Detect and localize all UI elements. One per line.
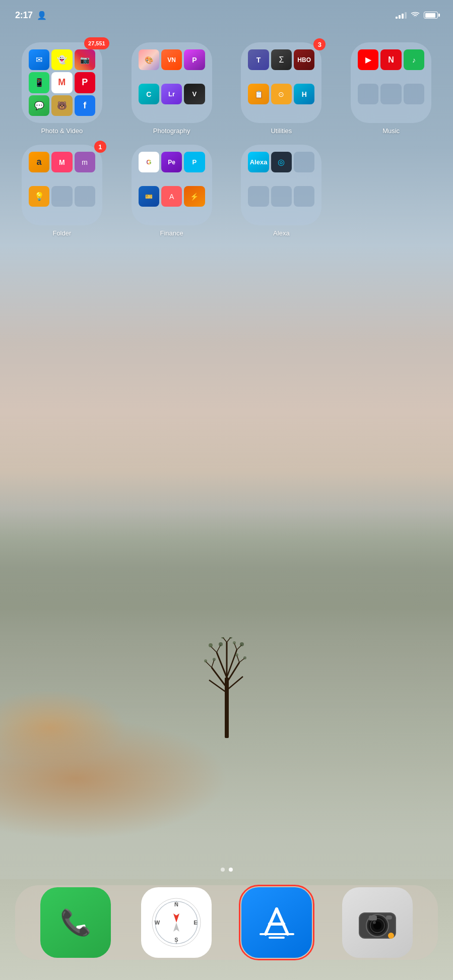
mini-app-facebook: f — [75, 95, 95, 116]
safari-icon: N S E W — [151, 897, 202, 948]
page-dot-2[interactable] — [229, 868, 233, 872]
folder-folder-badge: 1 — [94, 141, 106, 153]
dock: 📞 N S E W — [15, 885, 438, 960]
folder-finance-icon[interactable]: G Pe P 🎫 A ⚡ — [132, 145, 212, 225]
mini-app-hbo: HBO — [294, 49, 314, 70]
folder-alexa-label: Alexa — [273, 229, 290, 237]
folder-utilities-label: Utilities — [271, 127, 292, 135]
mini-app-appclip: 📋 — [248, 84, 269, 104]
mini-app-phonepe: Pe — [161, 152, 182, 172]
signal-icon — [396, 12, 407, 19]
mini-app-empty1 — [358, 84, 378, 104]
mini-app-empty6 — [294, 152, 314, 172]
mini-app-sigma: Σ — [271, 49, 292, 70]
mini-app-youtube: ▶ — [358, 49, 378, 70]
app-grid-row1: 27,551 ✉ 👻 📷 📱 M P 💬 🐻 f Photo & Video 🎨… — [0, 32, 453, 145]
mini-app-meesho: m — [75, 152, 95, 172]
mini-app-paytm: P — [184, 152, 205, 172]
camera-icon — [355, 902, 400, 943]
folder-utilities-icon[interactable]: 3 T Σ HBO 📋 ⊙ H — [241, 42, 321, 123]
folder-music-label: Music — [382, 127, 400, 135]
dock-phone[interactable]: 📞 — [40, 887, 111, 958]
mini-app-bookmyshow: 🎫 — [139, 186, 159, 207]
phone-emoji: 📞 — [60, 908, 91, 937]
mini-app-teams: T — [248, 49, 269, 70]
svg-line-41 — [277, 909, 288, 934]
mini-app-bulb: 💡 — [29, 186, 49, 207]
svg-rect-54 — [369, 915, 377, 921]
mini-app-empty4 — [51, 186, 72, 207]
mini-app-pinterest: P — [75, 72, 95, 93]
mini-app-gpay: G — [139, 152, 159, 172]
dock-camera[interactable] — [342, 887, 413, 958]
mini-app-airbnb: A — [161, 186, 182, 207]
dock-safari[interactable]: N S E W — [141, 887, 212, 958]
mini-app-lr: Lr — [161, 84, 182, 104]
mini-app-empty2 — [380, 84, 401, 104]
battery-icon — [424, 12, 438, 19]
mini-app-empty7 — [248, 186, 269, 207]
mini-app-amazon: a — [29, 152, 49, 172]
status-left: 2:17 👤 — [15, 10, 47, 21]
mini-app-picsart: P — [184, 49, 205, 70]
page-dot-1[interactable] — [221, 868, 225, 872]
mini-app-canva: C — [139, 84, 159, 104]
folder-music-icon[interactable]: ▶ N ♪ — [351, 42, 431, 123]
mini-app-netflix: N — [380, 49, 401, 70]
folder-music[interactable]: ▶ N ♪ Music — [341, 42, 441, 135]
mini-app-empty8 — [271, 186, 292, 207]
svg-point-55 — [388, 933, 394, 939]
mini-app-vn: VN — [161, 49, 182, 70]
mini-app-alexa: Alexa — [248, 152, 269, 172]
mini-app-mail: ✉ — [29, 49, 49, 70]
signal-bar-2 — [399, 15, 401, 19]
folder-photo-video-badge: 27,551 — [84, 37, 109, 49]
person-icon: 👤 — [37, 11, 47, 20]
folder-photography[interactable]: 🎨 VN P C Lr V Photography — [122, 42, 222, 135]
svg-rect-53 — [386, 915, 392, 920]
folder-folder-icon[interactable]: 1 a M m 💡 — [22, 145, 102, 225]
status-right — [396, 11, 438, 20]
mini-app-photo1: 🎨 — [139, 49, 159, 70]
dock-appstore[interactable] — [241, 887, 312, 958]
folder-finance[interactable]: G Pe P 🎫 A ⚡ Finance — [122, 145, 222, 237]
status-time: 2:17 — [15, 10, 33, 21]
mini-app-photos2: 🐻 — [51, 95, 72, 116]
battery-fill — [425, 13, 436, 18]
mini-app-myntra: M — [51, 152, 72, 172]
folder-photography-icon[interactable]: 🎨 VN P C Lr V — [132, 42, 212, 123]
mini-app-empty3 — [404, 84, 424, 104]
screen: 2:17 👤 — [0, 0, 453, 980]
wifi-icon — [411, 11, 420, 20]
mini-app-whatsapp: 📱 — [29, 72, 49, 93]
folder-photo-video[interactable]: 27,551 ✉ 👻 📷 📱 M P 💬 🐻 f Photo & Video — [12, 42, 112, 135]
folder-alexa[interactable]: Alexa ◎ Alexa — [232, 145, 332, 237]
mini-app-echo: ◎ — [271, 152, 292, 172]
mini-app-empty5 — [75, 186, 95, 207]
folder-utilities-badge: 3 — [313, 38, 326, 50]
folder-folder-label: Folder — [52, 229, 71, 237]
signal-bar-3 — [402, 14, 404, 19]
svg-point-52 — [373, 921, 376, 924]
folder-folder[interactable]: 1 a M m 💡 Folder — [12, 145, 112, 237]
app-grid-row2: 1 a M m 💡 Folder G Pe P 🎫 A ⚡ Finance — [0, 145, 453, 237]
signal-bar-1 — [396, 17, 398, 19]
folder-alexa-icon[interactable]: Alexa ◎ — [241, 145, 321, 225]
mini-app-vsco: V — [184, 84, 205, 104]
mini-app-hack: H — [294, 84, 314, 104]
appstore-icon — [255, 901, 298, 944]
mini-app-circle: ⊙ — [271, 84, 292, 104]
mini-app-empty9 — [294, 186, 314, 207]
mini-app-snapchat: 👻 — [51, 49, 72, 70]
svg-line-40 — [266, 909, 277, 934]
folder-utilities[interactable]: 3 T Σ HBO 📋 ⊙ H Utilities — [232, 42, 332, 135]
mini-app-swiggy: ⚡ — [184, 186, 205, 207]
signal-bar-4 — [405, 12, 407, 19]
folder-photo-video-icon[interactable]: 27,551 ✉ 👻 📷 📱 M P 💬 🐻 f — [22, 42, 102, 123]
mini-app-instagram: 📷 — [75, 49, 95, 70]
status-bar: 2:17 👤 — [0, 0, 453, 27]
mini-app-spotify: ♪ — [404, 49, 424, 70]
folder-photo-video-label: Photo & Video — [41, 127, 83, 135]
folder-photography-label: Photography — [153, 127, 190, 135]
mini-app-messages: 💬 — [29, 95, 49, 116]
